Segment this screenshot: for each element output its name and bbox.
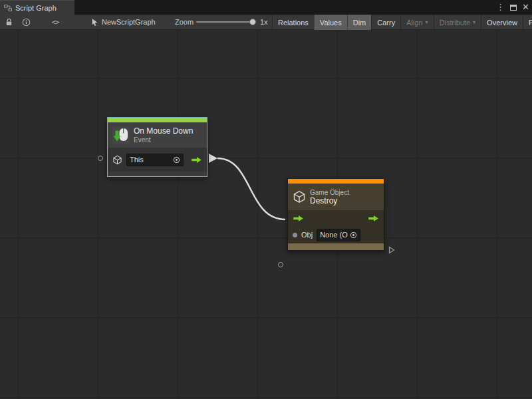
flow-continue-port[interactable] bbox=[388, 246, 395, 254]
tab-script-graph[interactable]: Script Graph bbox=[0, 0, 74, 15]
toolbar-button-distribute[interactable]: Distribute▾ bbox=[434, 15, 481, 30]
graph-pointer-icon bbox=[90, 15, 99, 29]
script-graph-icon bbox=[4, 4, 12, 12]
graph-canvas[interactable]: On Mouse Down Event This bbox=[0, 30, 532, 399]
object-picker-icon[interactable] bbox=[173, 156, 180, 164]
obj-param-label: Obj bbox=[301, 231, 313, 239]
zoom-label: Zoom bbox=[175, 15, 194, 29]
node-subtitle: Event bbox=[134, 136, 193, 144]
game-object-icon bbox=[112, 155, 122, 165]
toolbar-button-relations[interactable]: Relations bbox=[272, 15, 314, 30]
window-menu-icon[interactable]: ⋮ bbox=[496, 0, 505, 15]
close-icon[interactable]: ✕ bbox=[522, 0, 529, 15]
toolbar-button-dim[interactable]: Dim bbox=[347, 15, 372, 30]
event-accent-bar bbox=[108, 118, 207, 122]
toolbar-button-values[interactable]: Values bbox=[314, 15, 347, 30]
flow-output-port[interactable] bbox=[191, 156, 202, 164]
flow-input-port[interactable] bbox=[293, 215, 304, 222]
obj-input-port[interactable] bbox=[278, 262, 283, 267]
object-picker-icon[interactable] bbox=[350, 231, 357, 239]
obj-field[interactable]: None (O bbox=[317, 229, 360, 241]
graph-toolbar: <> NewScriptGraph Zoom 1x RelationsValue… bbox=[0, 15, 532, 30]
zoom-slider[interactable] bbox=[196, 21, 256, 23]
connection-wire[interactable] bbox=[0, 30, 532, 399]
code-icon[interactable]: <> bbox=[49, 15, 61, 29]
destroy-accent-bar bbox=[288, 179, 384, 184]
target-field[interactable]: This bbox=[126, 154, 184, 166]
zoom-value: 1x bbox=[260, 15, 268, 29]
target-input-port[interactable] bbox=[98, 156, 103, 161]
node-destroy[interactable]: Game Object Destroy Obj bbox=[287, 178, 384, 251]
toolbar-button-full-sc[interactable]: Full Sc bbox=[523, 15, 532, 30]
toolbar-button-carry[interactable]: Carry bbox=[371, 15, 400, 30]
toolbar-button-overview[interactable]: Overview bbox=[481, 15, 523, 30]
obj-value-port[interactable] bbox=[293, 233, 297, 237]
node-on-mouse-down[interactable]: On Mouse Down Event This bbox=[107, 117, 207, 177]
node-category: Game Object bbox=[310, 189, 349, 196]
info-icon[interactable] bbox=[20, 15, 32, 29]
toolbar-button-align[interactable]: Align▾ bbox=[400, 15, 433, 30]
zoom-slider-handle[interactable] bbox=[249, 19, 256, 25]
lock-icon[interactable] bbox=[3, 15, 15, 29]
toolbar-buttons: RelationsValuesDimCarryAlign▾Distribute▾… bbox=[272, 15, 532, 30]
node-footer bbox=[108, 172, 207, 176]
mouse-down-icon bbox=[112, 126, 130, 144]
script-graph-window: Script Graph ⋮ ✕ <> bbox=[0, 0, 532, 399]
graph-breadcrumb[interactable]: NewScriptGraph bbox=[102, 15, 156, 29]
node-footer bbox=[288, 243, 384, 250]
tab-label: Script Graph bbox=[15, 4, 57, 12]
node-title: On Mouse Down bbox=[134, 126, 193, 136]
maximize-icon[interactable] bbox=[510, 5, 517, 11]
flow-output-port[interactable] bbox=[368, 215, 379, 222]
titlebar: Script Graph ⋮ ✕ bbox=[0, 0, 532, 15]
game-object-icon bbox=[293, 190, 306, 203]
node-title: Destroy bbox=[310, 196, 349, 205]
